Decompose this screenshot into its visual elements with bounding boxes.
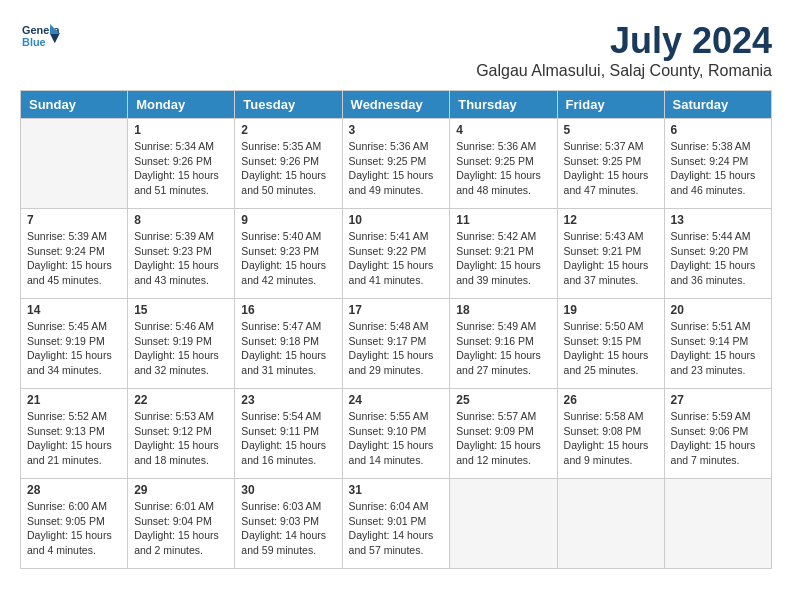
calendar-cell: 6Sunrise: 5:38 AMSunset: 9:24 PMDaylight… [664,119,771,209]
weekday-header: Wednesday [342,91,450,119]
day-number: 18 [456,303,550,317]
calendar-cell: 27Sunrise: 5:59 AMSunset: 9:06 PMDayligh… [664,389,771,479]
calendar-week-row: 1Sunrise: 5:34 AMSunset: 9:26 PMDaylight… [21,119,772,209]
day-info: Sunrise: 5:37 AMSunset: 9:25 PMDaylight:… [564,139,658,198]
day-info: Sunrise: 5:59 AMSunset: 9:06 PMDaylight:… [671,409,765,468]
day-info: Sunrise: 5:39 AMSunset: 9:24 PMDaylight:… [27,229,121,288]
day-info: Sunrise: 5:50 AMSunset: 9:15 PMDaylight:… [564,319,658,378]
day-info: Sunrise: 5:54 AMSunset: 9:11 PMDaylight:… [241,409,335,468]
day-number: 21 [27,393,121,407]
day-number: 28 [27,483,121,497]
day-info: Sunrise: 5:34 AMSunset: 9:26 PMDaylight:… [134,139,228,198]
day-info: Sunrise: 5:57 AMSunset: 9:09 PMDaylight:… [456,409,550,468]
day-info: Sunrise: 5:35 AMSunset: 9:26 PMDaylight:… [241,139,335,198]
month-title: July 2024 [476,20,772,62]
day-number: 2 [241,123,335,137]
day-info: Sunrise: 5:58 AMSunset: 9:08 PMDaylight:… [564,409,658,468]
title-section: July 2024 Galgau Almasului, Salaj County… [476,20,772,80]
calendar-table: SundayMondayTuesdayWednesdayThursdayFrid… [20,90,772,569]
calendar-cell: 12Sunrise: 5:43 AMSunset: 9:21 PMDayligh… [557,209,664,299]
day-info: Sunrise: 5:46 AMSunset: 9:19 PMDaylight:… [134,319,228,378]
location-title: Galgau Almasului, Salaj County, Romania [476,62,772,80]
day-info: Sunrise: 5:52 AMSunset: 9:13 PMDaylight:… [27,409,121,468]
day-number: 15 [134,303,228,317]
day-number: 25 [456,393,550,407]
calendar-cell: 14Sunrise: 5:45 AMSunset: 9:19 PMDayligh… [21,299,128,389]
calendar-cell: 15Sunrise: 5:46 AMSunset: 9:19 PMDayligh… [128,299,235,389]
weekday-header: Monday [128,91,235,119]
weekday-header: Thursday [450,91,557,119]
day-number: 30 [241,483,335,497]
calendar-cell: 19Sunrise: 5:50 AMSunset: 9:15 PMDayligh… [557,299,664,389]
calendar-cell: 20Sunrise: 5:51 AMSunset: 9:14 PMDayligh… [664,299,771,389]
calendar-cell [21,119,128,209]
logo-icon: General Blue [20,20,60,55]
calendar-cell: 28Sunrise: 6:00 AMSunset: 9:05 PMDayligh… [21,479,128,569]
day-number: 11 [456,213,550,227]
calendar-cell: 29Sunrise: 6:01 AMSunset: 9:04 PMDayligh… [128,479,235,569]
day-info: Sunrise: 5:45 AMSunset: 9:19 PMDaylight:… [27,319,121,378]
day-info: Sunrise: 6:01 AMSunset: 9:04 PMDaylight:… [134,499,228,558]
calendar-cell: 23Sunrise: 5:54 AMSunset: 9:11 PMDayligh… [235,389,342,479]
calendar-header-row: SundayMondayTuesdayWednesdayThursdayFrid… [21,91,772,119]
day-info: Sunrise: 5:49 AMSunset: 9:16 PMDaylight:… [456,319,550,378]
day-info: Sunrise: 5:44 AMSunset: 9:20 PMDaylight:… [671,229,765,288]
day-info: Sunrise: 5:38 AMSunset: 9:24 PMDaylight:… [671,139,765,198]
day-number: 7 [27,213,121,227]
day-info: Sunrise: 6:04 AMSunset: 9:01 PMDaylight:… [349,499,444,558]
calendar-cell: 16Sunrise: 5:47 AMSunset: 9:18 PMDayligh… [235,299,342,389]
day-info: Sunrise: 6:00 AMSunset: 9:05 PMDaylight:… [27,499,121,558]
calendar-week-row: 14Sunrise: 5:45 AMSunset: 9:19 PMDayligh… [21,299,772,389]
calendar-cell: 25Sunrise: 5:57 AMSunset: 9:09 PMDayligh… [450,389,557,479]
svg-text:Blue: Blue [22,36,46,48]
calendar-cell: 21Sunrise: 5:52 AMSunset: 9:13 PMDayligh… [21,389,128,479]
calendar-cell: 1Sunrise: 5:34 AMSunset: 9:26 PMDaylight… [128,119,235,209]
calendar-cell: 8Sunrise: 5:39 AMSunset: 9:23 PMDaylight… [128,209,235,299]
day-number: 16 [241,303,335,317]
calendar-cell: 18Sunrise: 5:49 AMSunset: 9:16 PMDayligh… [450,299,557,389]
svg-marker-3 [50,34,59,43]
calendar-week-row: 28Sunrise: 6:00 AMSunset: 9:05 PMDayligh… [21,479,772,569]
day-number: 3 [349,123,444,137]
day-info: Sunrise: 5:51 AMSunset: 9:14 PMDaylight:… [671,319,765,378]
day-info: Sunrise: 5:43 AMSunset: 9:21 PMDaylight:… [564,229,658,288]
day-number: 17 [349,303,444,317]
calendar-cell: 30Sunrise: 6:03 AMSunset: 9:03 PMDayligh… [235,479,342,569]
day-info: Sunrise: 5:42 AMSunset: 9:21 PMDaylight:… [456,229,550,288]
calendar-cell: 26Sunrise: 5:58 AMSunset: 9:08 PMDayligh… [557,389,664,479]
day-number: 20 [671,303,765,317]
calendar-cell: 22Sunrise: 5:53 AMSunset: 9:12 PMDayligh… [128,389,235,479]
calendar-cell: 13Sunrise: 5:44 AMSunset: 9:20 PMDayligh… [664,209,771,299]
day-number: 8 [134,213,228,227]
calendar-cell [557,479,664,569]
day-info: Sunrise: 5:48 AMSunset: 9:17 PMDaylight:… [349,319,444,378]
calendar-cell [450,479,557,569]
calendar-cell: 7Sunrise: 5:39 AMSunset: 9:24 PMDaylight… [21,209,128,299]
day-info: Sunrise: 5:55 AMSunset: 9:10 PMDaylight:… [349,409,444,468]
day-number: 26 [564,393,658,407]
calendar-cell: 24Sunrise: 5:55 AMSunset: 9:10 PMDayligh… [342,389,450,479]
day-number: 1 [134,123,228,137]
day-info: Sunrise: 5:39 AMSunset: 9:23 PMDaylight:… [134,229,228,288]
day-number: 5 [564,123,658,137]
day-number: 22 [134,393,228,407]
day-number: 9 [241,213,335,227]
calendar-cell: 31Sunrise: 6:04 AMSunset: 9:01 PMDayligh… [342,479,450,569]
day-number: 4 [456,123,550,137]
day-number: 29 [134,483,228,497]
day-number: 31 [349,483,444,497]
day-number: 6 [671,123,765,137]
calendar-week-row: 21Sunrise: 5:52 AMSunset: 9:13 PMDayligh… [21,389,772,479]
day-info: Sunrise: 5:36 AMSunset: 9:25 PMDaylight:… [349,139,444,198]
day-number: 19 [564,303,658,317]
calendar-cell: 10Sunrise: 5:41 AMSunset: 9:22 PMDayligh… [342,209,450,299]
day-info: Sunrise: 6:03 AMSunset: 9:03 PMDaylight:… [241,499,335,558]
calendar-cell: 9Sunrise: 5:40 AMSunset: 9:23 PMDaylight… [235,209,342,299]
calendar-cell: 17Sunrise: 5:48 AMSunset: 9:17 PMDayligh… [342,299,450,389]
calendar-cell: 5Sunrise: 5:37 AMSunset: 9:25 PMDaylight… [557,119,664,209]
day-info: Sunrise: 5:40 AMSunset: 9:23 PMDaylight:… [241,229,335,288]
logo: General Blue [20,20,65,55]
calendar-cell [664,479,771,569]
day-info: Sunrise: 5:36 AMSunset: 9:25 PMDaylight:… [456,139,550,198]
day-number: 24 [349,393,444,407]
